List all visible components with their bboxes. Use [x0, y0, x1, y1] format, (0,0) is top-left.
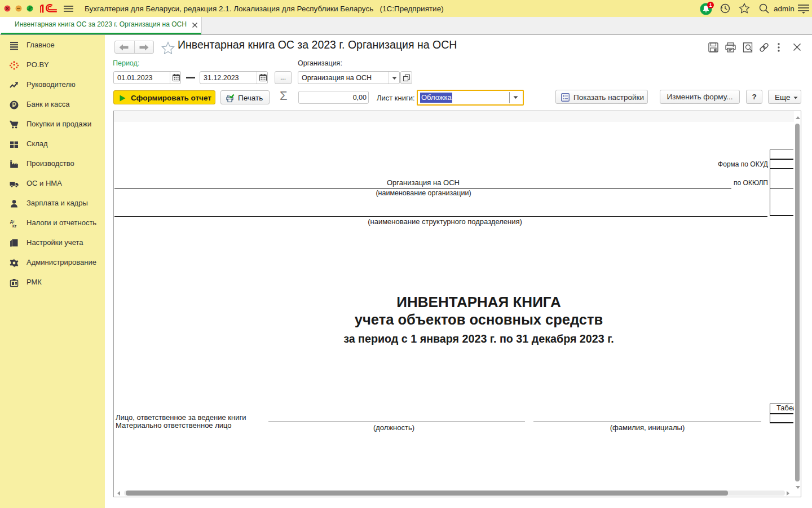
- svg-text:1: 1: [709, 2, 712, 8]
- svg-text:Кт: Кт: [12, 224, 16, 228]
